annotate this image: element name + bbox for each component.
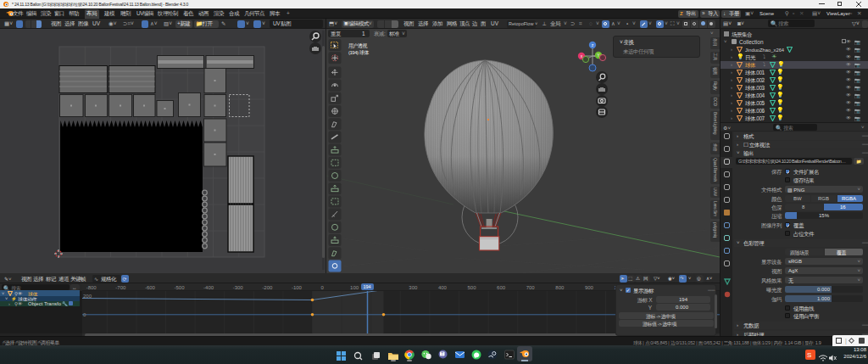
svg-text:T: T (441, 352, 443, 356)
svg-text:S: S (807, 351, 811, 359)
